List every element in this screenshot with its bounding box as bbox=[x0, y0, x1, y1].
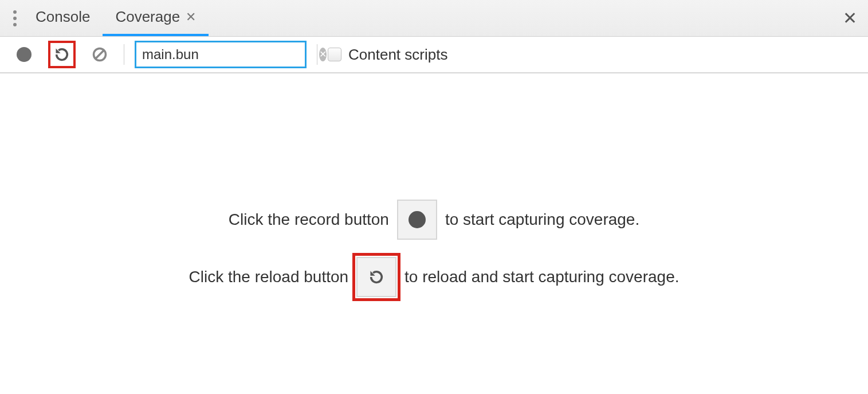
record-icon bbox=[409, 211, 426, 228]
record-icon bbox=[17, 47, 32, 62]
block-icon bbox=[92, 46, 108, 63]
content-scripts-label: Content scripts bbox=[348, 46, 447, 64]
content-scripts-toggle[interactable]: Content scripts bbox=[328, 46, 447, 64]
tab-console-label: Console bbox=[36, 8, 90, 26]
coverage-toolbar: ✕ Content scripts bbox=[0, 37, 868, 73]
close-icon[interactable]: ✕ bbox=[186, 10, 196, 25]
reload-icon bbox=[368, 269, 384, 285]
devtools-tabbar: Console Coverage ✕ ✕ bbox=[0, 0, 868, 37]
hint-text: Click the record button bbox=[229, 210, 389, 229]
url-filter-input[interactable] bbox=[142, 46, 313, 63]
reload-button[interactable] bbox=[48, 41, 76, 68]
record-button[interactable] bbox=[10, 41, 38, 68]
reload-button-demo[interactable] bbox=[356, 257, 396, 297]
panel-close-icon[interactable]: ✕ bbox=[838, 8, 861, 28]
hint-text: to reload and start capturing coverage. bbox=[404, 268, 679, 286]
toolbar-divider bbox=[317, 44, 317, 65]
more-menu-icon[interactable] bbox=[7, 7, 23, 30]
hint-record: Click the record button to start capturi… bbox=[229, 200, 639, 240]
clear-button[interactable] bbox=[86, 41, 113, 68]
tab-coverage[interactable]: Coverage ✕ bbox=[103, 0, 209, 36]
reload-icon bbox=[54, 46, 70, 63]
record-button-demo[interactable] bbox=[397, 200, 437, 240]
tab-console[interactable]: Console bbox=[23, 0, 103, 36]
hint-text: to start capturing coverage. bbox=[445, 210, 639, 229]
svg-line-1 bbox=[96, 50, 104, 58]
url-filter[interactable]: ✕ bbox=[135, 41, 307, 68]
coverage-empty-state: Click the record button to start capturi… bbox=[0, 73, 868, 297]
clear-filter-icon[interactable]: ✕ bbox=[319, 48, 327, 61]
hint-reload: Click the reload button to reload and st… bbox=[188, 257, 679, 297]
tab-coverage-label: Coverage bbox=[115, 8, 180, 26]
hint-text: Click the reload button bbox=[188, 268, 348, 286]
toolbar-divider bbox=[124, 44, 124, 65]
checkbox-icon[interactable] bbox=[328, 48, 341, 61]
